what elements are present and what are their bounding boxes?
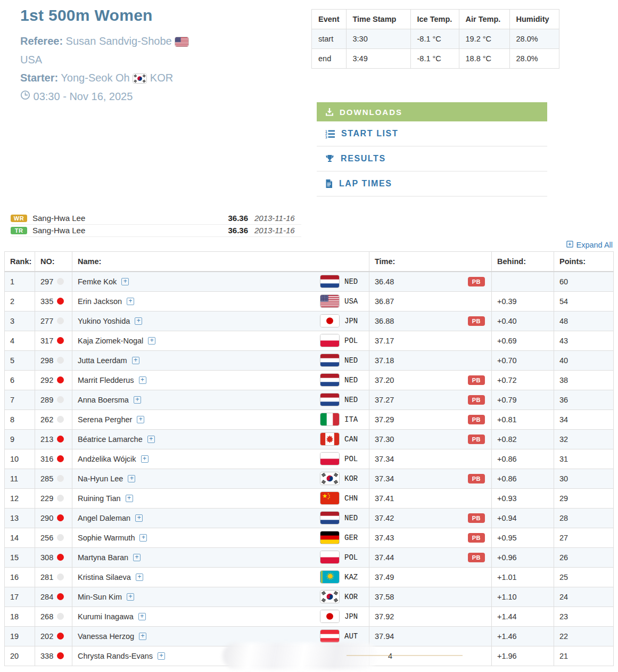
downloads-header[interactable]: DOWNLOADS bbox=[317, 102, 547, 121]
table-row: 16281Kristina Silaeva+KAZ37.49+1.0125 bbox=[5, 567, 614, 587]
name-cell: Yukino Yoshida+JPN bbox=[72, 311, 369, 331]
athlete-name: Sophie Warmuth bbox=[78, 534, 135, 542]
blur-artifact-line bbox=[347, 655, 463, 656]
time-cell: 37.27PB bbox=[369, 390, 492, 409]
time-cell: 36.88PB bbox=[369, 311, 492, 331]
download-item-start-list[interactable]: 123START LIST bbox=[317, 121, 547, 146]
expand-row-icon[interactable]: + bbox=[126, 495, 133, 502]
conditions-cell: 19.2 °C bbox=[459, 29, 509, 49]
pb-badge: PB bbox=[468, 474, 485, 483]
rank-cell: 12 bbox=[5, 488, 35, 508]
conditions-col-header: Humidity bbox=[509, 10, 559, 29]
time-cell: 37.20PB bbox=[369, 370, 492, 390]
time-cell: 37.43PB bbox=[369, 528, 492, 547]
lane-dot-red bbox=[57, 633, 64, 640]
name-cell: Kurumi Inagawa+JPN bbox=[72, 607, 369, 626]
expand-all-link[interactable]: Expand All bbox=[566, 241, 613, 249]
table-row: 13290Angel Daleman+NED37.42PB+0.9428 bbox=[5, 508, 614, 528]
expand-row-icon[interactable]: + bbox=[158, 652, 165, 660]
expand-row-icon[interactable]: + bbox=[133, 554, 141, 561]
conditions-cell: -8.1 °C bbox=[410, 29, 459, 49]
expand-row-icon[interactable]: + bbox=[137, 416, 144, 423]
expand-row-icon[interactable]: + bbox=[141, 455, 149, 463]
table-row: 2335Erin Jackson+USA36.87+0.3954 bbox=[5, 291, 614, 311]
points-cell: 25 bbox=[554, 567, 614, 587]
points-cell: 30 bbox=[554, 469, 614, 488]
expand-row-icon[interactable]: + bbox=[132, 357, 139, 364]
expand-row-icon[interactable]: + bbox=[139, 633, 146, 640]
flag-kaz-icon bbox=[320, 570, 340, 584]
download-item-results[interactable]: RESULTS bbox=[317, 146, 547, 171]
athlete-name: Martyna Baran bbox=[78, 553, 128, 562]
athlete-name: Béatrice Lamarche bbox=[78, 435, 143, 444]
table-row: 3277Yukino Yoshida+JPN36.88PB+0.4048 bbox=[5, 311, 614, 331]
flag-jpn-icon bbox=[320, 610, 340, 623]
flag-usa-icon bbox=[175, 37, 189, 47]
flag-kor-icon bbox=[320, 472, 340, 485]
behind-cell: +0.86 bbox=[492, 449, 554, 469]
table-row: 15308Martyna Baran+POL37.44PB+0.9626 bbox=[5, 547, 614, 567]
table-row: 6292Marrit Fledderus+NED37.20PB+0.7238 bbox=[5, 370, 614, 390]
record-badge: WR bbox=[11, 215, 27, 222]
expand-row-icon[interactable]: + bbox=[127, 298, 134, 305]
expand-row-icon[interactable]: + bbox=[121, 278, 129, 285]
table-row: 9213Béatrice Lamarche+CAN37.30PB+0.8232 bbox=[5, 429, 614, 449]
rank-cell: 15 bbox=[5, 547, 35, 567]
pb-badge: PB bbox=[468, 435, 485, 444]
time-value: 37.41 bbox=[375, 494, 394, 503]
bib-number: 317 bbox=[40, 337, 53, 345]
expand-row-icon[interactable]: + bbox=[139, 534, 147, 542]
trophy-icon bbox=[325, 154, 334, 163]
table-row: 12229Ruining Tian+CHN37.41+0.9329 bbox=[5, 488, 614, 508]
expand-row-icon[interactable]: + bbox=[139, 376, 146, 384]
expand-row-icon[interactable]: + bbox=[128, 475, 135, 482]
record-row: WRSang-Hwa Lee36.362013-11-16 bbox=[11, 212, 301, 225]
lane-dot-white bbox=[57, 613, 64, 620]
download-item-lap-times[interactable]: LAP TIMES bbox=[317, 171, 547, 196]
conditions-cell: 18.8 °C bbox=[459, 49, 509, 69]
lane-dot-red bbox=[57, 298, 64, 305]
rank-cell: 5 bbox=[5, 350, 35, 370]
flag-ned-icon bbox=[320, 393, 340, 406]
time-value: 37.29 bbox=[375, 415, 394, 424]
name-cell: Chrysta Rands-Evans+ bbox=[72, 646, 369, 666]
time-value: 37.30 bbox=[375, 435, 394, 444]
time-value: 36.87 bbox=[375, 297, 394, 306]
athlete-name: Kaja Ziomek-Nogal bbox=[78, 337, 143, 345]
athlete-name: Femke Kok bbox=[78, 277, 117, 286]
country-code: POL bbox=[344, 337, 364, 345]
expand-row-icon[interactable]: + bbox=[134, 396, 141, 404]
rank-cell: 9 bbox=[5, 429, 35, 449]
name-header: Name: bbox=[72, 252, 369, 272]
expand-row-icon[interactable]: + bbox=[135, 514, 143, 522]
bib-number: 229 bbox=[40, 494, 53, 503]
time-value: 37.94 bbox=[375, 632, 394, 641]
expand-row-icon[interactable]: + bbox=[127, 593, 134, 601]
behind-cell: +1.96 bbox=[492, 646, 554, 666]
record-date: 2013-11-16 bbox=[254, 226, 301, 235]
conditions-cell: -8.1 °C bbox=[410, 49, 459, 69]
expand-row-icon[interactable]: + bbox=[138, 613, 146, 620]
lane-dot-red bbox=[57, 514, 64, 521]
conditions-cell: end bbox=[312, 49, 347, 69]
time-cell: 37.30PB bbox=[369, 429, 492, 449]
points-cell: 27 bbox=[554, 528, 614, 547]
name-cell: Min-Sun Kim+KOR bbox=[72, 587, 369, 607]
lane-dot-white bbox=[57, 357, 64, 364]
conditions-body: start3:30-8.1 °C19.2 °C28.0%end3:49-8.1 … bbox=[312, 29, 559, 69]
flag-aut-icon bbox=[320, 629, 340, 643]
expand-row-icon[interactable]: + bbox=[136, 573, 143, 581]
table-row: 20338Chrysta Rands-Evans+4+1.9621 bbox=[5, 646, 614, 666]
behind-cell: +0.79 bbox=[492, 390, 554, 409]
country-code: NED bbox=[344, 514, 364, 522]
expand-row-icon[interactable]: + bbox=[135, 317, 142, 325]
points-cell: 21 bbox=[554, 646, 614, 666]
points-cell: 28 bbox=[554, 508, 614, 528]
name-cell: Ruining Tian+CHN bbox=[72, 488, 369, 508]
athlete-name: Angel Daleman bbox=[78, 514, 130, 522]
expand-row-icon[interactable]: + bbox=[147, 436, 155, 443]
expand-row-icon[interactable]: + bbox=[148, 337, 155, 345]
country-code: CAN bbox=[344, 435, 364, 444]
bib-number: 256 bbox=[40, 534, 53, 542]
points-cell: 48 bbox=[554, 311, 614, 331]
